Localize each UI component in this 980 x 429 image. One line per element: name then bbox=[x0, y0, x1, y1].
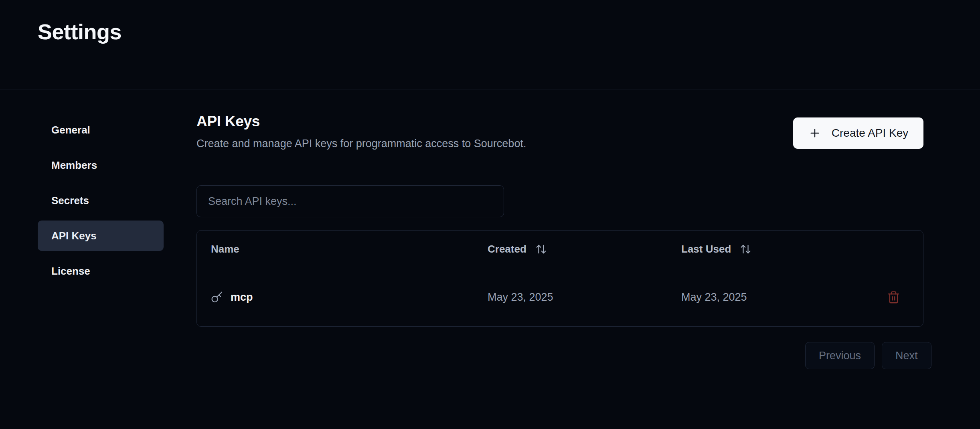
page-title: Settings bbox=[38, 19, 121, 44]
api-key-actions-cell bbox=[864, 287, 923, 307]
search-input[interactable] bbox=[196, 185, 504, 217]
column-header-last-used[interactable]: Last Used bbox=[681, 243, 864, 255]
create-api-key-button[interactable]: Create API Key bbox=[793, 117, 923, 149]
trash-icon bbox=[887, 291, 900, 304]
api-key-name: mcp bbox=[231, 291, 253, 304]
sidebar-item-label: API Keys bbox=[51, 230, 97, 242]
column-header-label: Name bbox=[211, 243, 239, 255]
page-header: Settings bbox=[0, 0, 980, 89]
api-key-name-cell: mcp bbox=[211, 291, 488, 304]
sidebar-item-license[interactable]: License bbox=[38, 256, 164, 286]
column-header-created[interactable]: Created bbox=[488, 243, 681, 255]
sidebar-item-label: Secrets bbox=[51, 194, 89, 207]
column-header-name: Name bbox=[211, 243, 488, 255]
api-key-last-used: May 23, 2025 bbox=[681, 291, 864, 304]
table-row: mcp May 23, 2025 May 23, 2025 bbox=[197, 268, 923, 326]
sidebar-item-label: Members bbox=[51, 159, 97, 172]
pagination: Previous Next bbox=[805, 342, 931, 369]
plus-icon bbox=[808, 127, 821, 140]
next-page-button[interactable]: Next bbox=[882, 342, 931, 369]
api-key-created: May 23, 2025 bbox=[488, 291, 681, 304]
key-icon bbox=[211, 291, 223, 304]
sidebar-item-general[interactable]: General bbox=[38, 115, 164, 145]
arrow-up-down-icon[interactable] bbox=[535, 243, 547, 255]
sidebar-item-label: License bbox=[51, 265, 90, 277]
section-subtitle: Create and manage API keys for programma… bbox=[196, 138, 526, 150]
settings-page: Settings General Members Secrets API Key… bbox=[0, 0, 980, 429]
settings-sidebar: General Members Secrets API Keys License bbox=[38, 115, 164, 286]
sidebar-item-api-keys[interactable]: API Keys bbox=[38, 221, 164, 251]
column-header-label: Last Used bbox=[681, 243, 731, 255]
previous-page-button[interactable]: Previous bbox=[805, 342, 875, 369]
sidebar-item-label: General bbox=[51, 124, 90, 136]
create-api-key-label: Create API Key bbox=[832, 127, 908, 140]
arrow-up-down-icon[interactable] bbox=[740, 243, 751, 255]
section-title: API Keys bbox=[196, 113, 260, 130]
delete-api-key-button[interactable] bbox=[884, 287, 903, 307]
sidebar-item-members[interactable]: Members bbox=[38, 150, 164, 180]
column-header-label: Created bbox=[488, 243, 526, 255]
api-keys-table: Name Created Last Used bbox=[196, 230, 923, 327]
table-header-row: Name Created Last Used bbox=[197, 231, 923, 268]
sidebar-item-secrets[interactable]: Secrets bbox=[38, 185, 164, 216]
